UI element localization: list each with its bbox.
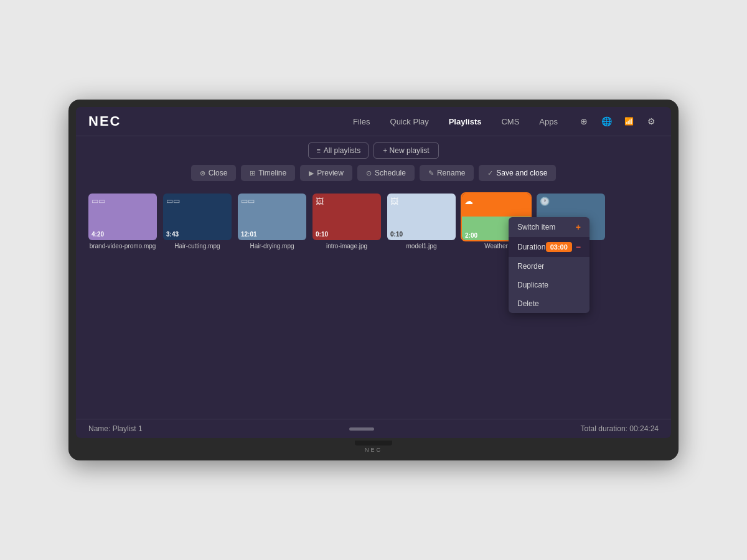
timeline-button[interactable]: ⊞ Timeline	[241, 165, 295, 181]
media-item-1[interactable]: ▭▭ 4:20 brand-video-promo.mpg	[88, 194, 157, 250]
video-icon-2: ▭▭	[166, 197, 180, 205]
logo: NEC	[88, 113, 121, 129]
media-label-5: model1.jpg	[387, 243, 456, 250]
header-icons: ⊕ 🌐 📶 ⚙	[576, 114, 659, 129]
video-icon-1: ▭▭	[92, 197, 105, 205]
duration-badge-5: 0:10	[390, 231, 403, 238]
main-nav: Files Quick Play Playlists CMS Apps	[349, 114, 561, 129]
toolbar: ≡ All playlists + New playlist	[76, 136, 671, 162]
image-icon-4: 🖼	[316, 197, 324, 206]
media-thumb-5: 🖼 0:10	[387, 194, 456, 240]
save-icon: ✓	[487, 169, 493, 177]
duration-badge-2: 3:43	[166, 231, 179, 238]
total-duration: Total duration: 00:24:24	[581, 424, 659, 433]
weather-icon: ☁	[464, 196, 473, 206]
ctx-add-icon: +	[576, 222, 581, 232]
timeline-icon: ⊞	[250, 169, 255, 177]
ctx-reorder[interactable]: Reorder	[509, 257, 590, 276]
media-item-5[interactable]: 🖼 0:10 model1.jpg	[387, 194, 456, 250]
clock-icon: 🕐	[540, 197, 550, 206]
tv-stand	[355, 441, 392, 446]
toolbar-controls: ≡ All playlists + New playlist	[308, 142, 438, 159]
duration-badge-3: 12:01	[241, 231, 257, 238]
play-icon: ▶	[309, 169, 314, 177]
all-playlists-button[interactable]: ≡ All playlists	[308, 142, 369, 159]
ctx-minus-icon: −	[576, 242, 581, 252]
duration-badge-6: 2:00	[465, 232, 477, 239]
media-thumb-3: ▭▭ 12:01	[238, 194, 306, 240]
nav-files[interactable]: Files	[349, 114, 374, 129]
duration-badge-4: 0:10	[316, 231, 328, 238]
media-thumb-2: ▭▭ 3:43	[163, 194, 232, 240]
footer: Name: Playlist 1 Total duration: 00:24:2…	[76, 419, 671, 438]
media-label-2: Hair-cutting.mpg	[163, 243, 232, 250]
rename-button[interactable]: ✎ Rename	[420, 165, 474, 181]
video-icon-3: ▭▭	[241, 197, 255, 205]
ctx-switch-item[interactable]: Switch item +	[509, 217, 590, 237]
media-label-4: intro-image.jpg	[312, 243, 381, 250]
media-item-4[interactable]: 🖼 0:10 intro-image.jpg	[312, 194, 381, 250]
wifi-icon[interactable]: 📶	[621, 114, 636, 129]
preview-button[interactable]: ▶ Preview	[300, 165, 352, 181]
ctx-duplicate[interactable]: Duplicate	[509, 276, 590, 294]
nav-quickplay[interactable]: Quick Play	[387, 114, 433, 129]
ctx-duration[interactable]: Duration 03:00 −	[509, 237, 590, 257]
media-label-3: Hair-drying.mpg	[238, 243, 306, 250]
playlist-name: Name: Playlist 1	[88, 424, 143, 433]
footer-center	[143, 427, 581, 431]
list-icon: ≡	[316, 147, 320, 154]
schedule-button[interactable]: ⊙ Schedule	[357, 165, 415, 181]
nav-cms[interactable]: CMS	[497, 114, 523, 129]
globe-icon[interactable]: 🌐	[599, 114, 614, 129]
media-thumb-1: ▭▭ 4:20	[88, 194, 157, 240]
ctx-duration-value: 03:00	[546, 242, 572, 252]
image-icon-5: 🖼	[390, 197, 398, 206]
header: NEC Files Quick Play Playlists CMS Apps …	[76, 107, 671, 136]
media-thumb-4: 🖼 0:10	[312, 194, 381, 240]
nav-apps[interactable]: Apps	[535, 114, 561, 129]
duration-badge-1: 4:20	[92, 231, 104, 238]
ctx-delete[interactable]: Delete	[509, 294, 590, 313]
settings-icon[interactable]: ⚙	[644, 114, 659, 129]
tv-brand-bottom: NEC	[365, 447, 382, 453]
rename-icon: ✎	[428, 169, 434, 177]
close-button[interactable]: ⊗ Close	[191, 165, 237, 181]
ctx-duration-right: 03:00 −	[546, 242, 581, 252]
content-area: ▭▭ 4:20 brand-video-promo.mpg ▭▭ 3:43 Ha…	[76, 187, 671, 419]
tv-screen: NEC Files Quick Play Playlists CMS Apps …	[76, 107, 671, 438]
schedule-icon: ⊙	[366, 169, 372, 177]
close-icon: ⊗	[200, 169, 205, 177]
action-bar: ⊗ Close ⊞ Timeline ▶ Preview ⊙ Schedule …	[76, 162, 671, 187]
nav-playlists[interactable]: Playlists	[445, 114, 486, 129]
save-close-button[interactable]: ✓ Save and close	[479, 165, 556, 181]
context-menu: Switch item + Duration 03:00 − Reorder D…	[509, 217, 590, 313]
tv-outer: NEC Files Quick Play Playlists CMS Apps …	[68, 100, 679, 460]
media-item-2[interactable]: ▭▭ 3:43 Hair-cutting.mpg	[163, 194, 232, 250]
media-item-3[interactable]: ▭▭ 12:01 Hair-drying.mpg	[238, 194, 306, 250]
new-playlist-button[interactable]: + New playlist	[374, 142, 438, 159]
media-label-1: brand-video-promo.mpg	[88, 243, 157, 250]
scroll-indicator[interactable]	[349, 427, 374, 431]
add-icon[interactable]: ⊕	[576, 114, 591, 129]
